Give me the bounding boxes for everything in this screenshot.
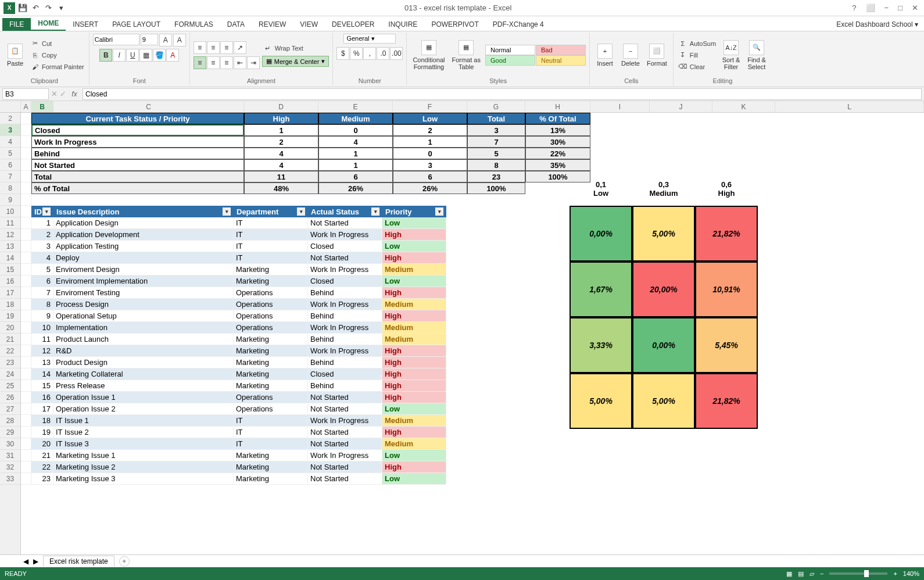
issue-dept[interactable]: Marketing <box>234 450 308 461</box>
issue-desc[interactable]: Operation Issue 2 <box>53 403 234 415</box>
border-button[interactable]: ▦ <box>139 49 152 62</box>
zoom-in-button[interactable]: + <box>893 570 897 577</box>
orientation-button[interactable]: ↗ <box>234 41 246 54</box>
issue-status[interactable]: Closed <box>308 368 382 380</box>
summary-row-pct[interactable]: 35% <box>525 159 590 171</box>
issue-desc[interactable]: Enviroment Testing <box>53 287 234 299</box>
issue-status[interactable]: Not Started <box>308 473 382 485</box>
issue-desc[interactable]: Marketing Issue 3 <box>53 473 234 485</box>
italic-button[interactable]: I <box>113 49 126 62</box>
issue-id[interactable]: 1 <box>31 217 53 229</box>
summary-header-status[interactable]: Current Task Status / Priority <box>31 113 244 124</box>
issue-priority[interactable]: Medium <box>382 299 446 310</box>
cell[interactable] <box>21 450 31 461</box>
issue-dept[interactable]: Operations <box>234 310 308 322</box>
row-header-22[interactable]: 22 <box>0 345 20 357</box>
number-format-select[interactable]: General ▾ <box>343 34 396 44</box>
issue-status[interactable]: Work In Progress <box>308 229 382 241</box>
summary-header-low[interactable]: Low <box>393 113 467 124</box>
accept-formula-icon[interactable]: ✓ <box>60 89 66 98</box>
cell[interactable] <box>21 322 31 334</box>
row-header-25[interactable]: 25 <box>0 380 20 392</box>
col-header-I[interactable]: I <box>590 101 650 112</box>
paste-button[interactable]: 📋Paste <box>3 42 27 68</box>
issue-dept[interactable]: IT <box>234 252 308 264</box>
fill-button[interactable]: ↧Fill <box>677 50 717 60</box>
issue-priority[interactable]: High <box>382 310 446 322</box>
name-box[interactable] <box>2 88 49 100</box>
col-header-J[interactable]: J <box>650 101 712 112</box>
filter-dropdown-icon[interactable]: ▾ <box>223 207 231 216</box>
issue-priority[interactable]: High <box>382 252 446 264</box>
sheet-nav-prev-icon[interactable]: ◀ <box>23 557 28 565</box>
row-header-5[interactable]: 5 <box>0 148 20 159</box>
issue-desc[interactable]: Enviroment Design <box>53 264 234 275</box>
insert-cells-button[interactable]: +Insert <box>593 42 617 68</box>
issue-desc[interactable]: Marketing Collateral <box>53 368 234 380</box>
issue-dept[interactable]: Marketing <box>234 357 308 368</box>
cell[interactable] <box>21 368 31 380</box>
col-header-C[interactable]: C <box>53 101 244 112</box>
row-header-18[interactable]: 18 <box>0 299 20 310</box>
summary-row-medium[interactable]: 1 <box>318 148 393 159</box>
style-neutral[interactable]: Neutral <box>536 55 586 66</box>
filter-dropdown-icon[interactable]: ▾ <box>42 207 51 216</box>
summary-row-high[interactable]: 4 <box>244 159 318 171</box>
issue-desc[interactable]: Application Development <box>53 229 234 241</box>
issue-priority[interactable]: Medium <box>382 415 446 427</box>
issue-id[interactable]: 5 <box>31 264 53 275</box>
heatmap-cell[interactable]: 0,00% <box>632 317 695 373</box>
issue-desc[interactable]: IT Issue 1 <box>53 415 234 427</box>
col-header-K[interactable]: K <box>712 101 775 112</box>
row-header-24[interactable]: 24 <box>0 368 20 380</box>
issues-header-status[interactable]: Actual Status▾ <box>308 206 382 217</box>
summary-row-pct[interactable]: 22% <box>525 148 590 159</box>
find-select-button[interactable]: 🔍Find & Select <box>745 39 768 71</box>
fx-icon[interactable]: fx <box>69 90 80 98</box>
issue-dept[interactable]: Marketing <box>234 334 308 345</box>
row-header-21[interactable]: 21 <box>0 334 20 345</box>
issue-desc[interactable]: Enviroment Implementation <box>53 275 234 287</box>
issue-priority[interactable]: Low <box>382 473 446 485</box>
qat-dropdown-icon[interactable]: ▾ <box>56 3 66 13</box>
minimize-icon[interactable]: − <box>882 3 891 12</box>
issue-id[interactable]: 11 <box>31 334 53 345</box>
issue-desc[interactable]: Product Design <box>53 357 234 368</box>
percent-button[interactable]: % <box>350 47 363 60</box>
cell[interactable] <box>21 241 31 252</box>
issue-priority[interactable]: Medium <box>382 334 446 345</box>
issue-id[interactable]: 16 <box>31 392 53 403</box>
sheet-tab[interactable]: Excel risk template <box>43 556 114 567</box>
summary-row-high[interactable]: 4 <box>244 148 318 159</box>
issue-dept[interactable]: Operations <box>234 322 308 334</box>
cell[interactable] <box>21 136 31 148</box>
col-header-D[interactable]: D <box>244 101 318 112</box>
bold-button[interactable]: B <box>99 49 112 62</box>
issue-desc[interactable]: Process Design <box>53 299 234 310</box>
summary-row-label[interactable]: Not Started <box>31 159 244 171</box>
align-right-button[interactable]: ≡ <box>220 56 233 69</box>
issue-id[interactable]: 15 <box>31 380 53 392</box>
cell[interactable] <box>21 194 31 206</box>
row-header-30[interactable]: 30 <box>0 438 20 450</box>
help-icon[interactable]: ? <box>850 3 858 12</box>
tab-powerpivot[interactable]: POWERPIVOT <box>424 18 485 31</box>
style-bad[interactable]: Bad <box>536 45 586 55</box>
close-icon[interactable]: ✕ <box>909 3 921 12</box>
issue-id[interactable]: 4 <box>31 252 53 264</box>
issue-priority[interactable]: High <box>382 380 446 392</box>
row-header-15[interactable]: 15 <box>0 264 20 275</box>
issue-priority[interactable]: High <box>382 461 446 473</box>
merge-center-button[interactable]: ▦Merge & Center▾ <box>262 56 330 67</box>
row-header-12[interactable]: 12 <box>0 229 20 241</box>
row-header-27[interactable]: 27 <box>0 403 20 415</box>
summary-row-total[interactable]: 3 <box>467 124 525 136</box>
issue-status[interactable]: Work In Progress <box>308 450 382 461</box>
col-header-E[interactable]: E <box>318 101 393 112</box>
align-middle-button[interactable]: ≡ <box>207 41 220 54</box>
issue-dept[interactable]: IT <box>234 427 308 438</box>
summary-pct-label[interactable]: % of Total <box>31 182 244 194</box>
filter-dropdown-icon[interactable]: ▾ <box>371 207 379 216</box>
issue-status[interactable]: Closed <box>308 275 382 287</box>
tab-page-layout[interactable]: PAGE LAYOUT <box>105 18 167 31</box>
